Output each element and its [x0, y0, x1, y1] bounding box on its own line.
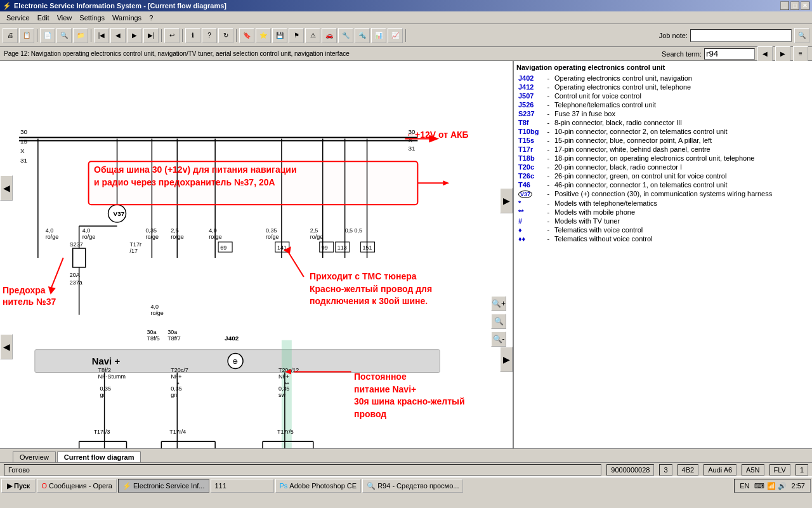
- toolbar-btn1[interactable]: 📄: [40, 28, 55, 43]
- job-note-search[interactable]: 🔍: [794, 28, 809, 43]
- legend-code: ♦: [516, 225, 545, 234]
- legend-dash: -: [545, 163, 553, 171]
- svg-text:2,5: 2,5: [310, 227, 318, 234]
- annotation-battery: ←+12V от АКБ: [406, 130, 469, 140]
- legend-code: T46: [516, 180, 545, 189]
- taskbar: ▶ Пуск O Сообщения - Opera ⚡ Electronic …: [0, 476, 812, 494]
- legend-row: J507-Control unit for voice control: [516, 91, 809, 100]
- toolbar-refresh[interactable]: ↻: [218, 28, 233, 43]
- maximize-btn[interactable]: □: [790, 1, 799, 10]
- legend-desc: Models with TV tuner: [553, 217, 809, 225]
- svg-text:S237: S237: [70, 241, 83, 248]
- search-input[interactable]: [704, 48, 755, 60]
- svg-text:J402: J402: [225, 335, 239, 342]
- sep4: [182, 29, 183, 42]
- zoom-fit[interactable]: 🔍: [491, 314, 506, 329]
- svg-rect-12: [73, 248, 86, 267]
- annotation-navi: Постоянноепитание Navi+30я шина красно-ж…: [354, 371, 465, 420]
- photoshop-icon: Ps: [280, 482, 288, 490]
- taskbar-clock: EN ⌨ 📶 🔊 2:57: [734, 479, 811, 493]
- viewer-label: R94 - Средство просмо...: [377, 482, 459, 490]
- toolbar-tool3[interactable]: 📊: [371, 28, 386, 43]
- legend-desc: Models with telephone/telematics: [553, 199, 809, 208]
- toolbar-btn3[interactable]: 📁: [73, 28, 88, 43]
- taskbar-viewer[interactable]: 🔍 R94 - Средство просмо...: [362, 479, 463, 493]
- main-content: ◀ ◀ ▶ ▶ 30 15 X 31 30 X 31 V37 S237: [0, 61, 812, 448]
- opera-label: Сообщения - Opera: [49, 482, 112, 490]
- zoom-in[interactable]: 🔍+: [491, 296, 506, 311]
- taskbar-opera[interactable]: O Сообщения - Opera: [37, 479, 117, 493]
- svg-text:NF-Stumm: NF-Stumm: [98, 373, 126, 380]
- taskbar-photoshop[interactable]: Ps Adobe Photoshop CE: [275, 479, 362, 493]
- legend-dash: -: [545, 208, 553, 217]
- toolbar-info[interactable]: ℹ: [185, 28, 200, 43]
- toolbar-tool4[interactable]: 📈: [388, 28, 403, 43]
- svg-text:0,35: 0,35: [100, 385, 111, 392]
- toolbar-save[interactable]: 💾: [272, 28, 287, 43]
- legend-row: J412-Operating electronics control unit,…: [516, 83, 809, 91]
- search-prev[interactable]: ◀: [757, 46, 773, 62]
- toolbar-bookmark[interactable]: 🔖: [239, 28, 254, 43]
- toolbar-next-last[interactable]: ▶|: [143, 28, 159, 43]
- toolbar-warn[interactable]: ⚠: [305, 28, 320, 43]
- toolbar-help[interactable]: ?: [202, 28, 217, 43]
- toolbar-prev-first[interactable]: |◀: [94, 28, 109, 43]
- toolbar-car[interactable]: 🚗: [322, 28, 337, 43]
- legend-code: T17r: [516, 145, 545, 154]
- status-pagenum: 1: [796, 464, 808, 476]
- close-btn[interactable]: ✕: [801, 1, 809, 10]
- status-bar: Готово 9000000028 3 4B2 Audi A6 A5N FLV …: [0, 462, 812, 476]
- svg-text:sw: sw: [278, 392, 285, 398]
- minimize-btn[interactable]: _: [780, 1, 789, 10]
- taskbar-esis[interactable]: ⚡ Electronic Service Inf...: [118, 479, 209, 493]
- svg-text:gn: gn: [171, 392, 177, 398]
- start-button[interactable]: ▶ Пуск: [1, 479, 36, 493]
- window-controls[interactable]: _ □ ✕: [780, 1, 809, 10]
- legend-dash: -: [545, 145, 553, 154]
- toolbar-tool1[interactable]: 🔧: [338, 28, 353, 43]
- search-next[interactable]: ▶: [775, 46, 790, 62]
- tab-overview[interactable]: Overview: [13, 451, 56, 462]
- menu-service[interactable]: Service: [3, 13, 34, 23]
- viewer-icon: 🔍: [367, 482, 376, 490]
- toolbar-flag[interactable]: ⚑: [289, 28, 304, 43]
- legend-desc: Telephone/telematics control unit: [553, 100, 809, 109]
- legend-row: **-Models with mobile phone: [516, 208, 809, 217]
- toolbar-print[interactable]: 🖨: [3, 28, 18, 43]
- taskbar-111[interactable]: 111: [211, 479, 274, 493]
- legend-desc: 17-pin connector, white, behind dash pan…: [553, 145, 809, 154]
- tab-current-flow[interactable]: Current flow diagram: [57, 451, 141, 462]
- svg-text:ro/ge: ro/ge: [266, 234, 278, 240]
- job-note-input[interactable]: [690, 29, 792, 42]
- menu-warnings[interactable]: Warnings: [108, 13, 145, 23]
- toolbar-copy[interactable]: 📋: [19, 28, 34, 43]
- legend-code: T18b: [516, 154, 545, 163]
- menu-settings[interactable]: Settings: [75, 13, 108, 23]
- svg-text:4,0: 4,0: [46, 227, 53, 234]
- title-bar: ⚡ Electronic Service Information System …: [0, 0, 812, 11]
- lang-indicator: EN: [740, 482, 749, 490]
- svg-text:0,35: 0,35: [266, 227, 277, 234]
- toolbar-star[interactable]: ⭐: [256, 28, 271, 43]
- toolbar: 🖨 📋 📄 🔍 📁 |◀ ◀ ▶ ▶| ↩ ℹ ? ↻ 🔖 ⭐ 💾 ⚑ ⚠ 🚗 …: [0, 24, 812, 47]
- menu-view[interactable]: View: [53, 13, 76, 23]
- sep1: [37, 29, 37, 42]
- legend-code: S237: [516, 109, 545, 118]
- toolbar-next[interactable]: ▶: [127, 28, 142, 43]
- status-code1: 4B2: [678, 464, 699, 476]
- tab-bar: Overview Current flow diagram: [0, 448, 812, 462]
- search-options[interactable]: ≡: [793, 46, 808, 62]
- zoom-out[interactable]: 🔍-: [491, 331, 506, 347]
- toolbar-back[interactable]: ↩: [164, 28, 180, 43]
- legend-desc: Positive (+) connection (30), in communi…: [553, 189, 809, 199]
- svg-text:0,35: 0,35: [171, 385, 181, 392]
- menu-help[interactable]: ?: [145, 13, 157, 23]
- toolbar-prev[interactable]: ◀: [110, 28, 126, 43]
- toolbar-tool2[interactable]: 🔩: [355, 28, 370, 43]
- legend-row: T10bg-10-pin connector, connector 2, on …: [516, 127, 809, 136]
- legend-desc: Operating electronics control unit, tele…: [553, 83, 809, 91]
- svg-marker-127: [443, 180, 449, 185]
- legend-code: #: [516, 217, 545, 225]
- toolbar-btn2[interactable]: 🔍: [56, 28, 72, 43]
- menu-edit[interactable]: Edit: [34, 13, 53, 23]
